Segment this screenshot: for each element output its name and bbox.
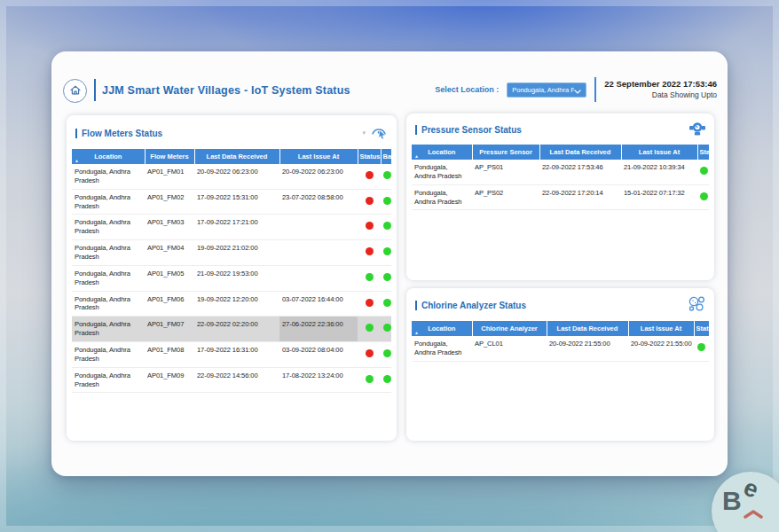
cell-last-data[interactable]: 21-09-2022 19:53:00 — [194, 265, 279, 291]
column-header-chlorine-analyzer[interactable]: Chlorine Analyzer — [472, 321, 547, 336]
cell-last-data[interactable]: 20-09-2022 21:55:00 — [547, 336, 628, 361]
cell-location[interactable]: Pondugala, Andhra Pradesh — [72, 265, 145, 291]
column-header-last-data-received[interactable]: Last Data Received — [194, 149, 279, 164]
cell-status[interactable] — [697, 184, 709, 210]
cell-status[interactable] — [694, 336, 709, 361]
cell-meter[interactable]: AP01_FM02 — [145, 189, 194, 215]
cell-sensor[interactable]: AP_PS02 — [472, 184, 539, 210]
column-header-status[interactable]: Status — [694, 321, 709, 336]
table-row[interactable]: Pondugala, Andhra PradeshAP01_FM0419-09-… — [72, 240, 391, 266]
column-header-pressure-sensor[interactable]: Pressure Sensor — [472, 145, 539, 160]
column-header-battery[interactable]: Battery — [381, 149, 391, 164]
cell-status[interactable] — [358, 240, 381, 266]
cell-location[interactable]: Pondugala, Andhra Pradesh — [72, 189, 145, 215]
cell-status[interactable] — [358, 265, 381, 291]
cell-status[interactable] — [697, 160, 709, 184]
column-header-location[interactable]: ▲Location — [72, 149, 145, 164]
cell-battery[interactable] — [381, 164, 391, 189]
cell-last-data[interactable]: 22-09-2022 17:53:46 — [539, 160, 621, 184]
cell-status[interactable] — [358, 367, 381, 393]
home-button[interactable] — [63, 79, 87, 103]
cell-last-data[interactable]: 19-09-2022 12:20:00 — [194, 291, 279, 317]
cell-location[interactable]: Pondugala, Andhra Pradesh — [412, 336, 472, 361]
cell-battery[interactable] — [381, 367, 391, 393]
cell-location[interactable]: Pondugala, Andhra Pradesh — [72, 342, 145, 368]
cell-status[interactable] — [358, 291, 381, 317]
column-header-last-data-received[interactable]: Last Data Received — [547, 321, 628, 336]
table-row[interactable]: Pondugala, Andhra PradeshAP01_FM0120-09-… — [72, 164, 391, 189]
cell-last-issue[interactable]: 20-09-2022 06:23:00 — [279, 164, 358, 189]
cell-last-issue[interactable]: 15-01-2022 07:17:32 — [621, 184, 697, 210]
table-row[interactable]: Pondugala, Andhra PradeshAP01_FM0521-09-… — [72, 265, 391, 291]
cell-last-issue[interactable] — [279, 265, 358, 291]
cell-sensor[interactable]: AP_PS01 — [472, 160, 539, 184]
cell-location[interactable]: Pondugala, Andhra Pradesh — [412, 184, 472, 210]
cell-location[interactable]: Pondugala, Andhra Pradesh — [72, 291, 145, 317]
cell-last-issue[interactable]: 27-06-2022 22:36:00 — [279, 317, 358, 342]
column-header-status[interactable]: Status — [697, 145, 709, 160]
cell-location[interactable]: Pondugala, Andhra Pradesh — [72, 317, 145, 342]
cell-last-data[interactable]: 17-09-2022 17:21:00 — [194, 215, 279, 240]
cell-battery[interactable] — [381, 240, 391, 266]
cell-last-issue[interactable]: 21-09-2022 10:39:34 — [621, 160, 697, 184]
cell-last-issue[interactable] — [279, 215, 358, 240]
cell-last-data[interactable]: 22-09-2022 14:56:00 — [194, 367, 279, 393]
cell-battery[interactable] — [381, 215, 391, 240]
cell-location[interactable]: Pondugala, Andhra Pradesh — [72, 164, 145, 189]
column-header-status[interactable]: Status — [358, 149, 381, 164]
cell-last-issue[interactable] — [279, 240, 358, 266]
table-row[interactable]: Pondugala, Andhra PradeshAP_PS0122-09-20… — [412, 160, 709, 184]
column-header-last-issue-at[interactable]: Last Issue At — [279, 149, 358, 164]
cell-meter[interactable]: AP01_FM06 — [145, 291, 194, 317]
cell-last-issue[interactable]: 17-08-2022 13:24:00 — [279, 367, 358, 393]
cell-battery[interactable] — [381, 342, 391, 368]
table-row[interactable]: Pondugala, Andhra PradeshAP_CL0120-09-20… — [412, 336, 709, 361]
column-header-last-data-received[interactable]: Last Data Received — [539, 145, 621, 160]
cell-meter[interactable]: AP01_FM04 — [145, 240, 194, 266]
column-header-location[interactable]: ▲Location — [412, 321, 472, 336]
column-header-flow-meters[interactable]: Flow Meters — [145, 149, 194, 164]
cell-location[interactable]: Pondugala, Andhra Pradesh — [72, 367, 145, 393]
column-header-last-issue-at[interactable]: Last Issue At — [621, 145, 697, 160]
cell-status[interactable] — [358, 317, 381, 342]
cell-last-data[interactable]: 20-09-2022 06:23:00 — [194, 164, 279, 189]
cell-last-data[interactable]: 17-09-2022 16:31:00 — [194, 342, 279, 368]
cell-last-data[interactable]: 22-09-2022 02:20:00 — [194, 317, 279, 342]
cell-status[interactable] — [358, 215, 381, 240]
cell-battery[interactable] — [381, 189, 391, 215]
location-dropdown[interactable]: Pondugala, Andhra P... — [507, 82, 586, 98]
cell-last-data[interactable]: 19-09-2022 21:02:00 — [194, 240, 279, 266]
cell-last-issue[interactable]: 20-09-2022 21:55:00 — [628, 336, 694, 361]
cell-meter[interactable]: AP01_FM07 — [145, 317, 194, 342]
table-row[interactable]: Pondugala, Andhra PradeshAP01_FM0619-09-… — [72, 291, 391, 317]
table-row[interactable]: Pondugala, Andhra PradeshAP01_FM0817-09-… — [72, 342, 391, 368]
cell-analyzer[interactable]: AP_CL01 — [472, 336, 547, 361]
cell-last-issue[interactable]: 03-07-2022 16:44:00 — [279, 291, 358, 317]
cell-battery[interactable] — [381, 317, 391, 342]
table-row[interactable]: Pondugala, Andhra PradeshAP_PS0222-09-20… — [412, 184, 709, 210]
column-header-last-issue-at[interactable]: Last Issue At — [628, 321, 694, 336]
cell-location[interactable]: Pondugala, Andhra Pradesh — [72, 240, 145, 266]
cell-location[interactable]: Pondugala, Andhra Pradesh — [72, 215, 145, 240]
cell-last-data[interactable]: 17-09-2022 15:31:00 — [194, 189, 279, 215]
cell-last-issue[interactable]: 23-07-2022 08:58:00 — [279, 189, 358, 215]
table-row[interactable]: Pondugala, Andhra PradeshAP01_FM0317-09-… — [72, 215, 391, 240]
table-row[interactable]: Pondugala, Andhra PradeshAP01_FM0922-09-… — [72, 367, 391, 393]
cell-meter[interactable]: AP01_FM05 — [145, 265, 194, 291]
cell-battery[interactable] — [381, 291, 391, 317]
cell-status[interactable] — [358, 189, 381, 215]
cell-location[interactable]: Pondugala, Andhra Pradesh — [412, 160, 472, 184]
column-header-location[interactable]: ▲Location — [412, 145, 472, 160]
cell-battery[interactable] — [381, 265, 391, 291]
cell-last-issue[interactable]: 03-09-2022 08:04:00 — [279, 342, 358, 368]
cell-meter[interactable]: AP01_FM01 — [145, 164, 194, 189]
cell-meter[interactable]: AP01_FM08 — [145, 342, 194, 368]
cell-status[interactable] — [358, 342, 381, 368]
cell-meter[interactable]: AP01_FM09 — [145, 367, 194, 393]
panel-menu-icon[interactable]: ▾ — [362, 129, 366, 137]
cell-last-data[interactable]: 22-09-2022 17:20:14 — [539, 184, 621, 210]
cell-status[interactable] — [358, 164, 381, 189]
table-row[interactable]: Pondugala, Andhra PradeshAP01_FM0217-09-… — [72, 189, 391, 215]
cell-meter[interactable]: AP01_FM03 — [145, 215, 194, 240]
table-row[interactable]: Pondugala, Andhra PradeshAP01_FM0722-09-… — [72, 317, 391, 342]
